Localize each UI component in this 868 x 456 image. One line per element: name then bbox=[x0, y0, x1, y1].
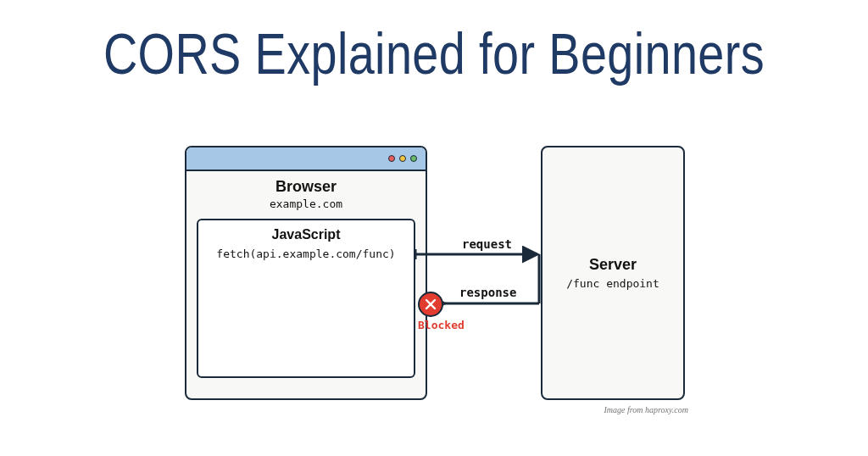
server-endpoint: /func endpoint bbox=[566, 277, 659, 290]
javascript-box: JavaScript fetch(api.example.com/func) bbox=[197, 219, 415, 378]
browser-domain: example.com bbox=[197, 197, 415, 210]
blocked-label: Blocked bbox=[418, 319, 465, 331]
javascript-code: fetch(api.example.com/func) bbox=[207, 247, 405, 260]
window-maximize-icon bbox=[410, 155, 417, 162]
browser-body: Browser example.com JavaScript fetch(api… bbox=[186, 171, 426, 388]
window-minimize-icon bbox=[399, 155, 406, 162]
blocked-icon bbox=[418, 292, 443, 317]
server-box: Server /func endpoint bbox=[541, 146, 685, 400]
window-close-icon bbox=[388, 155, 395, 162]
page-title: CORS Explained for Beginners bbox=[78, 20, 790, 86]
javascript-label: JavaScript bbox=[207, 227, 405, 242]
response-label: response bbox=[459, 286, 516, 299]
diagram-stage: CORS Explained for Beginners Browser exa… bbox=[0, 0, 868, 456]
image-credit: Image from haproxy.com bbox=[604, 405, 688, 414]
browser-label: Browser bbox=[197, 178, 415, 196]
browser-titlebar bbox=[186, 147, 426, 171]
request-label: request bbox=[462, 237, 512, 251]
browser-window: Browser example.com JavaScript fetch(api… bbox=[185, 146, 427, 400]
server-label: Server bbox=[589, 256, 637, 274]
